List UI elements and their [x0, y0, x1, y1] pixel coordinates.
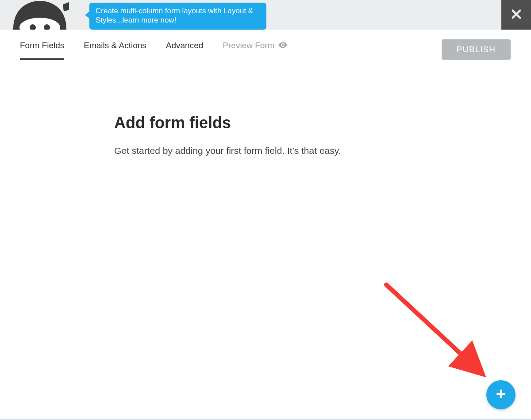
tab-label: Advanced [166, 41, 204, 50]
top-banner: Create multi-column form layouts with La… [0, 0, 531, 30]
publish-button[interactable]: PUBLISH [442, 39, 511, 60]
publish-button-label: PUBLISH [457, 45, 496, 54]
tab-label: Preview Form [223, 41, 274, 50]
add-field-fab[interactable] [486, 380, 516, 409]
tab-bar: Form Fields Emails & Actions Advanced Pr… [0, 30, 531, 61]
close-icon [511, 8, 522, 22]
app-logo-ninja [11, 1, 69, 30]
promo-tooltip[interactable]: Create multi-column form layouts with La… [89, 3, 266, 30]
svg-rect-7 [496, 393, 505, 395]
tab-advanced[interactable]: Advanced [166, 31, 204, 60]
empty-state: Add form fields Get started by adding yo… [0, 61, 363, 156]
tab-preview-form[interactable]: Preview Form [223, 31, 287, 60]
svg-line-5 [386, 285, 480, 371]
empty-state-heading: Add form fields [114, 114, 363, 132]
close-button[interactable] [501, 0, 531, 30]
svg-point-3 [281, 44, 283, 46]
tab-label: Emails & Actions [84, 41, 146, 50]
eye-icon [278, 41, 287, 50]
tab-form-fields[interactable]: Form Fields [20, 31, 64, 60]
promo-tooltip-text: Create multi-column form layouts with La… [96, 7, 253, 24]
tab-label: Form Fields [20, 41, 64, 50]
empty-state-body: Get started by adding your first form fi… [114, 145, 363, 156]
tab-emails-actions[interactable]: Emails & Actions [84, 31, 146, 60]
plus-icon [495, 388, 507, 401]
